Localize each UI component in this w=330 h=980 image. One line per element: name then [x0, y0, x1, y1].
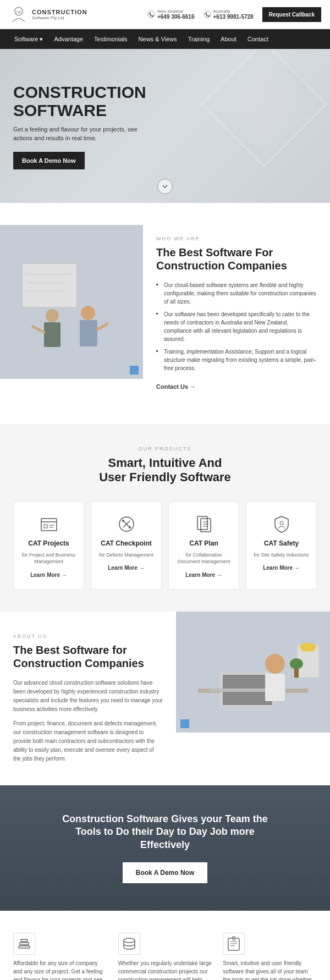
svg-text:cat: cat: [16, 9, 21, 14]
nav-contact[interactable]: Contact: [242, 29, 274, 49]
svg-point-46: [290, 658, 303, 669]
product-cat-projects: CAT Projects for Project and Business Ma…: [13, 502, 84, 590]
svg-rect-18: [80, 320, 97, 346]
feature-shield-icon: [223, 933, 245, 955]
nz-contact: 📞 New Zealand +649 306-6616: [147, 9, 195, 20]
about-title: The Best Software for Construction Compa…: [13, 643, 163, 670]
product-cat-safety: CAT Safety for Site Safety Inductions Le…: [246, 502, 317, 590]
cat-checkpoint-name: CAT Checkpoint: [101, 539, 151, 547]
svg-point-28: [122, 520, 124, 522]
logo-icon: cat: [9, 4, 29, 24]
hero-bg-graphic: [154, 49, 330, 203]
about-label: ABOUT US: [13, 634, 163, 639]
cat-projects-name: CAT Projects: [28, 539, 69, 547]
svg-point-29: [129, 526, 131, 528]
bullet-1: Our cloud-based software systems are fle…: [156, 281, 317, 306]
products-title: Smart, Intuitive And User Friendly Softw…: [13, 456, 317, 485]
who-we-are-image: [0, 225, 143, 379]
svg-point-14: [46, 309, 59, 322]
features-grid: Affordable for any size of company and a…: [13, 933, 317, 980]
products-section: OUR PRODUCTS Smart, Intuitive And User F…: [0, 424, 330, 612]
product-cat-checkpoint: CAT Checkpoint for Defects Management Le…: [91, 502, 162, 590]
nav-testimonials[interactable]: Testimonials: [89, 29, 133, 49]
nav-about[interactable]: About: [215, 29, 242, 49]
feature-database-icon: [118, 933, 140, 955]
cat-safety-icon: [271, 513, 293, 535]
cat-projects-desc: for Project and Business Management: [20, 552, 77, 565]
svg-text:📞: 📞: [148, 12, 153, 17]
logo-text: CONSTRUCTION Software Pty Ltd: [32, 9, 87, 20]
cta-title: Construction Software Gives your Team th…: [55, 813, 275, 851]
people-illustration: [11, 247, 132, 357]
cat-plan-desc: for Collaborative Document Management: [175, 552, 232, 565]
svg-rect-22: [44, 525, 47, 528]
who-we-are-content: WHO WE ARE The Best Software For Constru…: [143, 225, 330, 402]
who-label: WHO WE ARE: [156, 236, 317, 241]
nav-advantage[interactable]: Advantage: [48, 29, 89, 49]
nav-bar: Software ▾ Advantage Testimonials News &…: [0, 29, 330, 49]
about-body1: Our advanced cloud construction software…: [13, 679, 163, 714]
hero-subtitle: Get a feeling and flavour for your proje…: [13, 125, 152, 143]
cat-checkpoint-icon: [116, 513, 138, 535]
svg-point-50: [124, 938, 135, 943]
about-image: [176, 612, 330, 733]
about-section: ABOUT US The Best Software for Construct…: [0, 612, 330, 785]
svg-point-35: [280, 521, 283, 525]
cat-safety-learn-more[interactable]: Learn More →: [263, 565, 300, 571]
svg-point-9: [264, 71, 308, 115]
nav-news[interactable]: News & Views: [133, 29, 183, 49]
cat-plan-learn-more[interactable]: Learn More →: [185, 572, 222, 578]
nav-training[interactable]: Training: [183, 29, 215, 49]
about-content: ABOUT US The Best Software for Construct…: [0, 612, 176, 785]
request-callback-button[interactable]: Request Callback: [262, 7, 321, 22]
cat-projects-learn-more[interactable]: Learn More →: [30, 572, 67, 578]
feature-stack-icon: [13, 933, 35, 955]
svg-rect-10: [22, 263, 77, 307]
top-bar: cat CONSTRUCTION Software Pty Ltd 📞 New …: [0, 0, 330, 29]
about-illustration: [176, 612, 330, 733]
cta-demo-button[interactable]: Book A Demo Now: [123, 862, 207, 883]
hero-section: CONSTRUCTION SOFTWARE Get a feeling and …: [0, 49, 330, 203]
svg-line-19: [97, 324, 107, 329]
feature-affordable: Affordable for any size of company and a…: [13, 933, 107, 980]
who-we-are-section: WHO WE ARE The Best Software For Constru…: [0, 203, 330, 424]
cat-plan-name: CAT Plan: [189, 539, 218, 547]
feature-smart-text: Smart, intuitive and user friendly softw…: [223, 959, 317, 980]
about-image-indicator: [180, 719, 189, 728]
who-bullets: Our cloud-based software systems are fle…: [156, 281, 317, 372]
svg-point-41: [265, 654, 285, 674]
feature-smart: Smart, intuitive and user friendly softw…: [223, 933, 317, 980]
svg-rect-49: [21, 939, 28, 942]
svg-line-16: [33, 327, 44, 332]
image-indicator: [130, 366, 139, 375]
nav-software[interactable]: Software ▾: [9, 29, 48, 49]
cat-projects-icon: [38, 513, 60, 535]
svg-point-17: [81, 306, 95, 320]
chevron-down-icon: [162, 183, 168, 190]
svg-rect-15: [44, 322, 61, 347]
svg-rect-48: [20, 943, 29, 945]
cta-banner: Construction Software Gives your Team th…: [0, 785, 330, 911]
products-label: OUR PRODUCTS: [13, 446, 317, 452]
svg-rect-42: [265, 674, 285, 701]
cat-safety-name: CAT Safety: [264, 539, 299, 547]
who-title: The Best Software For Construction Compa…: [156, 246, 317, 272]
svg-text:📞: 📞: [205, 12, 210, 17]
cat-plan-icon: [193, 513, 215, 535]
au-contact: 📞 Australia +613 9981-5728: [204, 9, 254, 20]
phone-icon-au: 📞: [204, 10, 211, 18]
scroll-down-button[interactable]: [157, 179, 173, 194]
cat-checkpoint-learn-more[interactable]: Learn More →: [108, 565, 145, 571]
hero-demo-button[interactable]: Book A Demo Now: [13, 152, 85, 169]
about-body2: From project, finance, document and defe…: [13, 719, 163, 763]
phone-icon-nz: 📞: [147, 10, 155, 18]
contact-us-link[interactable]: Contact Us →: [156, 383, 196, 390]
svg-rect-20: [41, 519, 57, 531]
feature-commercial: Whether you regularly undertake large co…: [118, 933, 212, 980]
features-section: Affordable for any size of company and a…: [0, 911, 330, 980]
contact-area: 📞 New Zealand +649 306-6616 📞 Australia …: [147, 7, 321, 22]
logo: cat CONSTRUCTION Software Pty Ltd: [9, 4, 87, 24]
bullet-2: Our software has been developed specific…: [156, 310, 317, 343]
svg-rect-47: [19, 946, 30, 948]
hero-content: CONSTRUCTION SOFTWARE Get a feeling and …: [0, 61, 165, 191]
